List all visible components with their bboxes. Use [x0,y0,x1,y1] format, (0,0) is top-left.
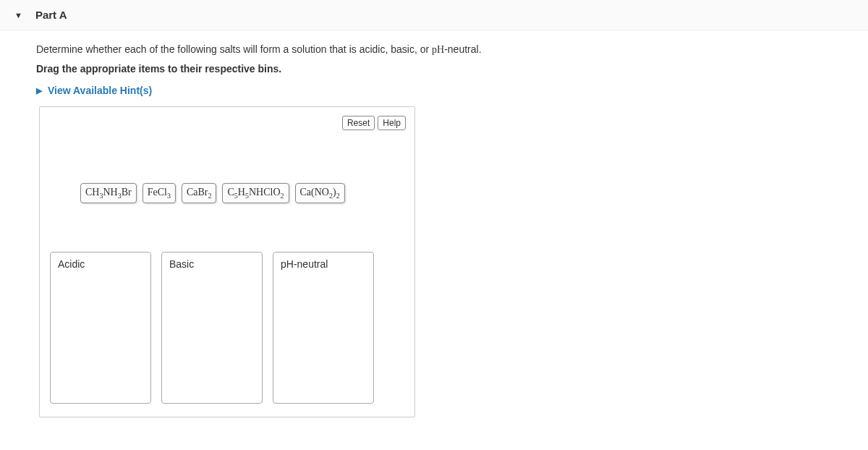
draggable-item[interactable]: CaBr2 [182,183,217,203]
bin-basic[interactable]: Basic [161,252,263,404]
draggable-item[interactable]: Ca(NO2)2 [295,183,345,203]
view-hints-button[interactable]: ▶ View Available Hint(s) [36,85,832,96]
bin-acidic[interactable]: Acidic [50,252,151,404]
content-area: Determine whether each of the following … [0,43,868,417]
bin-label: Basic [169,258,255,270]
draggables-row: CH3NH3Br FeCl3 CaBr2 C5H5NHClO2 Ca(NO2)2 [80,183,345,203]
caret-down-icon: ▼ [14,11,22,20]
reset-button[interactable]: Reset [342,116,375,130]
ph-term: pH [432,44,444,55]
hints-label: View Available Hint(s) [48,85,152,96]
bin-label: pH-neutral [281,258,366,270]
draggable-item[interactable]: CH3NH3Br [80,183,137,203]
draggable-item[interactable]: FeCl3 [142,183,176,203]
bin-label: Acidic [58,258,143,270]
question-suffix: -neutral. [444,43,481,55]
bins-row: Acidic Basic pH-neutral [50,252,374,404]
workspace: Reset Help CH3NH3Br FeCl3 CaBr2 C5H5NHCl… [39,106,415,417]
drag-instruction: Drag the appropriate items to their resp… [36,63,832,75]
section-header[interactable]: ▼ Part A [0,0,868,30]
caret-right-icon: ▶ [36,86,42,95]
question-prefix: Determine whether each of the following … [36,43,432,55]
section-title: Part A [35,9,67,21]
question-text: Determine whether each of the following … [36,43,832,56]
help-button[interactable]: Help [378,116,406,130]
draggable-item[interactable]: C5H5NHClO2 [222,183,289,203]
bin-ph-neutral[interactable]: pH-neutral [273,252,374,404]
workspace-controls: Reset Help [342,116,406,130]
